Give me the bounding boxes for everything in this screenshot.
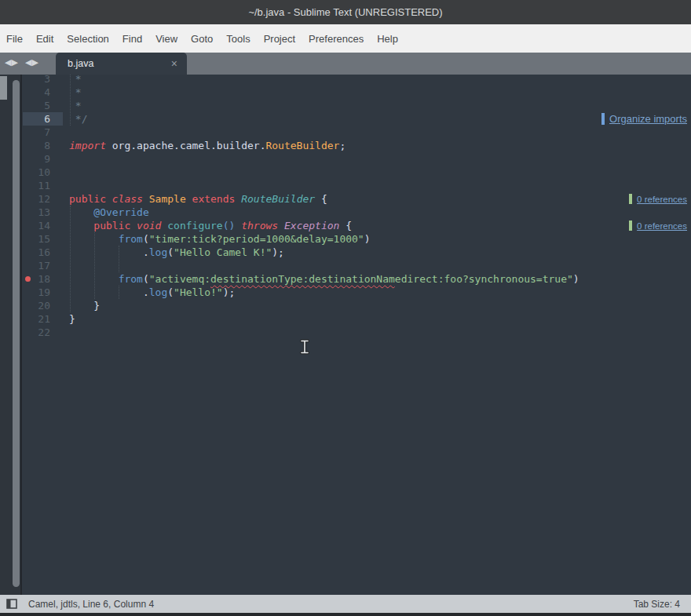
- code-line-18[interactable]: 18 from("activemq:destinationType:destin…: [22, 272, 691, 286]
- line-number[interactable]: 19: [22, 286, 50, 299]
- line-number[interactable]: 6: [22, 112, 50, 126]
- tab-nav-left-icon[interactable]: ◀▶: [5, 57, 18, 67]
- code-line-4[interactable]: 4 *: [22, 86, 691, 99]
- code-segment: }: [69, 313, 75, 325]
- menu-item-preferences[interactable]: Preferences: [309, 33, 364, 45]
- code-segment: [69, 273, 119, 285]
- line-number[interactable]: 18: [22, 272, 50, 286]
- code-text: @Override: [69, 206, 149, 219]
- ibeam-mouse-cursor: [298, 339, 311, 355]
- line-number[interactable]: 4: [22, 86, 50, 99]
- code-line-22[interactable]: 22: [22, 326, 691, 339]
- code-segment: (: [167, 286, 174, 298]
- menu-item-project[interactable]: Project: [264, 33, 295, 45]
- line-number[interactable]: 15: [22, 232, 50, 246]
- tab-close-icon[interactable]: ×: [171, 58, 177, 69]
- code-line-17[interactable]: 17: [22, 259, 691, 272]
- code-text: *: [69, 86, 82, 99]
- code-segment: org.apache.camel.builder.: [106, 140, 266, 151]
- code-segment: RouteBuilder: [241, 193, 315, 205]
- code-line-9[interactable]: 9: [22, 152, 691, 166]
- line-number[interactable]: 11: [22, 179, 50, 192]
- annotation-link[interactable]: 0 references: [637, 195, 687, 204]
- code-segment: configure: [167, 220, 222, 231]
- sidebar-toggle-icon[interactable]: [6, 599, 17, 609]
- code-line-6[interactable]: 6 */: [22, 112, 691, 126]
- code-text: from("timer:tick?period=1000&delay=1000"…: [69, 232, 371, 246]
- tab-nav-right-icon[interactable]: ◀▶: [25, 57, 38, 67]
- code-line-12[interactable]: 12public class Sample extends RouteBuild…: [22, 192, 691, 206]
- code-line-13[interactable]: 13 @Override: [22, 206, 691, 219]
- annotation-organize-imports[interactable]: Organize imports: [601, 112, 687, 126]
- vertical-scrollbar[interactable]: [13, 80, 20, 587]
- code-segment: import: [69, 140, 106, 151]
- status-context[interactable]: Camel, jdtls, Line 6, Column 4: [28, 599, 634, 610]
- annotation-bar: [601, 113, 605, 125]
- menu-item-file[interactable]: File: [6, 33, 23, 45]
- code-segment: [69, 206, 93, 218]
- menu-item-view[interactable]: View: [155, 33, 177, 45]
- annotation-0-references[interactable]: 0 references: [629, 192, 687, 206]
- code-line-5[interactable]: 5 *: [22, 99, 691, 112]
- annotation-bar: [629, 221, 632, 231]
- code-segment: public: [69, 193, 106, 205]
- line-number[interactable]: 5: [22, 99, 50, 112]
- annotation-link[interactable]: 0 references: [637, 221, 687, 231]
- code-line-8[interactable]: 8import org.apache.camel.builder.RouteBu…: [22, 139, 691, 152]
- menu-item-goto[interactable]: Goto: [191, 33, 213, 45]
- line-number[interactable]: 16: [22, 246, 50, 259]
- code-segment: Exception: [284, 220, 339, 231]
- code-segment: [106, 193, 112, 205]
- code-text: public void configure() throws Exception…: [69, 219, 352, 232]
- code-text: from("activemq:destinationType:destinati…: [69, 272, 579, 286]
- code-segment: throws: [241, 220, 278, 231]
- code-segment: [130, 220, 137, 231]
- code-segment: (): [223, 220, 236, 231]
- line-number[interactable]: 12: [22, 192, 50, 206]
- annotation-0-references[interactable]: 0 references: [629, 219, 687, 232]
- code-segment: edirect:foo?synchronous=true": [395, 273, 573, 285]
- line-number[interactable]: 13: [22, 206, 50, 219]
- line-number[interactable]: 17: [22, 259, 50, 272]
- line-number[interactable]: 8: [22, 139, 50, 152]
- line-number[interactable]: 7: [22, 126, 50, 139]
- code-line-3[interactable]: 3 *: [22, 75, 691, 86]
- menu-item-help[interactable]: Help: [377, 33, 398, 45]
- title-bar[interactable]: ~/b.java - Sublime Text (UNREGISTERED): [0, 0, 691, 24]
- code-line-20[interactable]: 20 }: [22, 299, 691, 312]
- code-segment: "timer:tick?period=1000&delay=1000": [149, 233, 364, 245]
- code-editor[interactable]: 3 *4 *5 *6 */78import org.apache.camel.b…: [22, 75, 691, 595]
- status-tab-size[interactable]: Tab Size: 4: [634, 599, 680, 610]
- code-line-7[interactable]: 7: [22, 126, 691, 139]
- code-line-14[interactable]: 14 public void configure() throws Except…: [22, 219, 691, 232]
- code-line-15[interactable]: 15 from("timer:tick?period=1000&delay=10…: [22, 232, 691, 246]
- annotation-link[interactable]: Organize imports: [609, 113, 687, 125]
- tab-bjava[interactable]: b.java ×: [56, 53, 187, 75]
- menu-item-edit[interactable]: Edit: [36, 33, 53, 45]
- code-segment: (: [143, 273, 149, 285]
- code-line-21[interactable]: 21}: [22, 312, 691, 326]
- code-line-19[interactable]: 19 .log("Hello!");: [22, 286, 691, 299]
- line-number[interactable]: 22: [22, 326, 50, 339]
- code-line-11[interactable]: 11: [22, 179, 691, 192]
- code-segment: from: [119, 233, 143, 245]
- line-number[interactable]: 10: [22, 166, 50, 179]
- code-segment: *: [69, 86, 82, 98]
- code-line-10[interactable]: 10: [22, 166, 691, 179]
- line-number[interactable]: 9: [22, 152, 50, 166]
- menu-item-find[interactable]: Find: [122, 33, 142, 45]
- menu-item-tools[interactable]: Tools: [226, 33, 250, 45]
- code-segment: class: [112, 193, 143, 205]
- code-line-16[interactable]: 16 .log("Hello Camel K!");: [22, 246, 691, 259]
- line-number[interactable]: 3: [22, 75, 50, 86]
- code-text: *: [69, 99, 82, 112]
- code-text: import org.apache.camel.builder.RouteBui…: [69, 139, 346, 152]
- code-segment: */: [69, 113, 87, 125]
- line-number[interactable]: 14: [22, 219, 50, 232]
- code-segment: @Override: [93, 206, 148, 218]
- line-number[interactable]: 21: [22, 312, 50, 326]
- code-segment: ): [364, 233, 371, 245]
- tab-scroll-controls: ◀▶◀▶: [5, 57, 46, 67]
- menu-item-selection[interactable]: Selection: [67, 33, 108, 45]
- line-number[interactable]: 20: [22, 299, 50, 312]
